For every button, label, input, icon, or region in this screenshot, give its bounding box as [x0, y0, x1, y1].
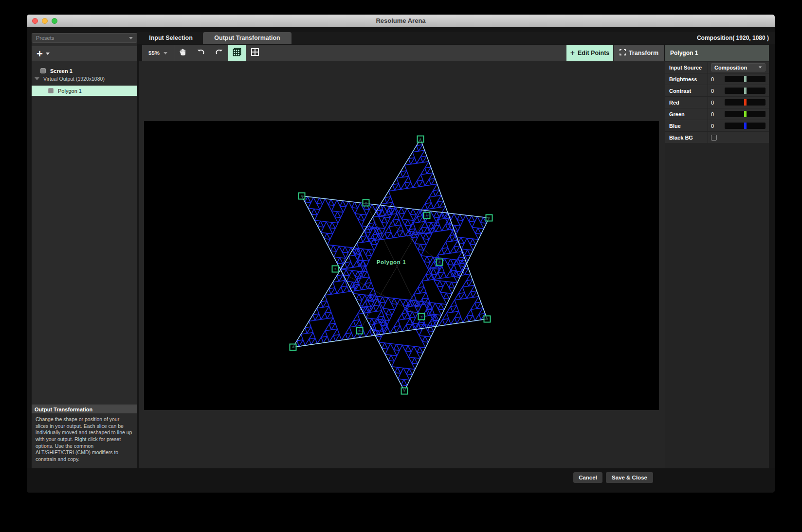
- blue-slider[interactable]: [725, 123, 766, 129]
- workspace: Polygon 1: [139, 61, 665, 468]
- virtual-output-label: Virtual Output (1920x1080): [43, 76, 105, 82]
- canvas-toolbar: 55%: [142, 45, 664, 61]
- undo-icon: [197, 48, 205, 58]
- slice-properties-title: Polygon 1: [665, 45, 769, 61]
- polygon-checkbox[interactable]: [48, 88, 54, 93]
- add-slice-toolbar: +: [32, 46, 137, 61]
- plus-icon: +: [570, 49, 575, 57]
- tree-item-virtual-output[interactable]: Virtual Output (1920x1080): [32, 75, 137, 83]
- blue-value: 0: [711, 123, 714, 129]
- slice-properties-panel: Polygon 1 Input Source Composition Brigh…: [665, 45, 769, 468]
- zoom-level-dropdown[interactable]: 55%: [142, 45, 174, 61]
- save-close-button[interactable]: Save & Close: [606, 472, 653, 483]
- contrast-row: Contrast 0: [665, 85, 769, 96]
- screen-checkbox[interactable]: [40, 68, 46, 73]
- output-preview-canvas[interactable]: Polygon 1: [144, 121, 659, 410]
- input-source-dropdown[interactable]: Composition: [711, 63, 766, 71]
- transform-label: Transform: [629, 50, 658, 56]
- slider-handle[interactable]: [744, 88, 747, 94]
- cancel-button[interactable]: Cancel: [573, 472, 602, 483]
- black-bg-row: Black BG: [665, 132, 769, 143]
- contrast-value: 0: [711, 88, 714, 94]
- close-window-button[interactable]: [32, 18, 38, 24]
- zoom-window-button[interactable]: [52, 18, 57, 24]
- footer-bar: Cancel Save & Close: [27, 468, 775, 493]
- transform-corners-icon: [620, 49, 626, 57]
- edit-points-label: Edit Points: [578, 50, 609, 56]
- input-source-label: Input Source: [665, 62, 708, 73]
- brightness-row: Brightness 0: [665, 73, 769, 85]
- slice-preview-graphic: Polygon 1: [144, 121, 659, 410]
- tree-item-polygon[interactable]: Polygon 1: [32, 86, 137, 96]
- sidebar: Presets + Screen 1 Virtual Output (1920x…: [32, 33, 137, 468]
- green-value: 0: [711, 111, 714, 117]
- composition-size-label: Composition( 1920, 1080 ): [697, 32, 769, 44]
- slider-handle[interactable]: [744, 111, 747, 117]
- red-label: Red: [665, 97, 708, 108]
- red-row: Red 0: [665, 97, 769, 108]
- chevron-down-icon: [129, 37, 133, 39]
- tab-output-transformation[interactable]: Output Transformation: [203, 32, 292, 44]
- minimize-window-button[interactable]: [42, 18, 48, 24]
- green-label: Green: [665, 108, 708, 120]
- app-window: Resolume Arena Presets + Screen 1 Virtua…: [27, 15, 775, 493]
- quad-grid-icon: [251, 48, 259, 58]
- black-bg-checkbox[interactable]: [711, 135, 717, 141]
- titlebar: Resolume Arena: [27, 15, 775, 27]
- brightness-value: 0: [711, 76, 714, 82]
- input-source-row: Input Source Composition: [665, 62, 769, 73]
- undo-button[interactable]: [192, 45, 210, 61]
- redo-icon: [215, 48, 223, 58]
- help-panel-title: Output Transformation: [32, 405, 137, 413]
- window-title: Resolume Arena: [376, 17, 425, 24]
- green-row: Green 0: [665, 108, 769, 120]
- blue-row: Blue 0: [665, 120, 769, 131]
- contrast-label: Contrast: [665, 85, 708, 96]
- add-slice-button[interactable]: +: [36, 48, 43, 60]
- blue-label: Blue: [665, 120, 708, 131]
- add-slice-menu-caret[interactable]: [46, 53, 50, 55]
- chevron-down-icon: [759, 67, 762, 69]
- redo-button[interactable]: [210, 45, 228, 61]
- contrast-slider[interactable]: [725, 88, 766, 94]
- tree-item-screen[interactable]: Screen 1: [32, 67, 137, 75]
- show-slices-button[interactable]: [228, 45, 246, 61]
- polygon-label: Polygon 1: [58, 88, 82, 94]
- layered-grid-icon: [232, 47, 242, 59]
- slice-name-label: Polygon 1: [377, 259, 406, 265]
- tab-strip: Input Selection Output Transformation Co…: [137, 32, 775, 44]
- tab-input-selection[interactable]: Input Selection: [142, 32, 200, 44]
- hand-icon: [179, 48, 187, 58]
- split-view-button[interactable]: [246, 45, 264, 61]
- disclosure-triangle-icon[interactable]: [35, 77, 39, 80]
- slider-handle[interactable]: [744, 99, 747, 106]
- brightness-label: Brightness: [665, 73, 708, 85]
- chevron-down-icon: [164, 52, 167, 54]
- input-source-value: Composition: [714, 65, 747, 71]
- black-bg-label: Black BG: [665, 132, 708, 143]
- help-panel-body: Change the shape or position of your sli…: [32, 413, 137, 465]
- help-panel: Output Transformation Change the shape o…: [32, 405, 137, 465]
- presets-dropdown-label: Presets: [36, 35, 54, 41]
- green-slider[interactable]: [725, 111, 766, 117]
- edit-points-button[interactable]: + Edit Points: [566, 45, 613, 61]
- brightness-slider[interactable]: [725, 76, 766, 82]
- red-value: 0: [711, 100, 714, 106]
- pan-tool-button[interactable]: [174, 45, 192, 61]
- presets-dropdown[interactable]: Presets: [32, 33, 137, 43]
- zoom-level-value: 55%: [148, 50, 160, 56]
- slider-handle[interactable]: [744, 123, 747, 129]
- slider-handle[interactable]: [744, 76, 747, 82]
- transform-button[interactable]: Transform: [613, 45, 664, 61]
- screen-label: Screen 1: [50, 68, 73, 74]
- red-slider[interactable]: [725, 99, 766, 106]
